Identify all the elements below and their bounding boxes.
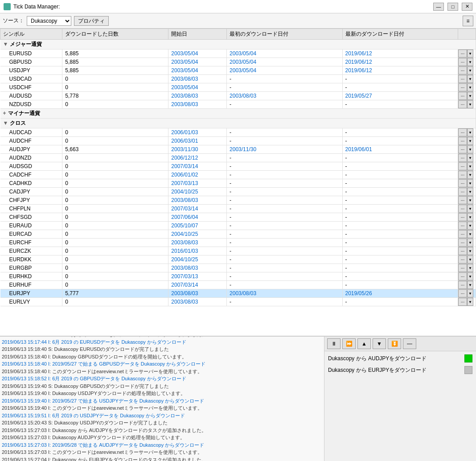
source-select[interactable]: Dukascopy: [27, 16, 71, 26]
row-action-button[interactable]: ···: [458, 171, 467, 179]
row-action-button[interactable]: ···: [458, 188, 467, 196]
table-row[interactable]: CHFSGD 0 2007/06/04 - - ··· ▼: [0, 213, 476, 222]
table-row[interactable]: NZDUSD 0 2003/08/03 - - ··· ▼: [0, 100, 476, 109]
row-action-button[interactable]: ···: [458, 196, 467, 204]
bottom-button[interactable]: ⏬: [388, 338, 401, 349]
row-dropdown-button[interactable]: ▼: [467, 281, 473, 289]
table-row[interactable]: CHFPLN 0 2007/03/14 - - ··· ▼: [0, 205, 476, 213]
row-dropdown-button[interactable]: ▼: [467, 75, 473, 83]
table-row[interactable]: CADJPY 0 2004/10/25 - - ··· ▼: [0, 188, 476, 196]
table-row[interactable]: USDCAD 0 2003/08/03 - - ··· ▼: [0, 75, 476, 83]
row-dropdown-button[interactable]: ▼: [467, 171, 473, 179]
row-dropdown-button[interactable]: ▼: [467, 162, 473, 170]
table-row[interactable]: USDJPY 5,885 2003/05/04 2003/05/04 2019/…: [0, 66, 476, 75]
table-row[interactable]: EURHUF 0 2007/03/14 - - ··· ▼: [0, 281, 476, 289]
row-dropdown-button[interactable]: ▼: [467, 196, 473, 204]
row-dropdown-button[interactable]: ▼: [467, 264, 473, 272]
row-action-button[interactable]: ···: [458, 281, 467, 289]
row-action-button[interactable]: ···: [458, 58, 467, 66]
remove-button[interactable]: —: [403, 338, 416, 349]
row-action-button[interactable]: ···: [458, 162, 467, 170]
row-dropdown-button[interactable]: ▼: [467, 188, 473, 196]
row-action-button[interactable]: ···: [458, 137, 467, 145]
row-dropdown-button[interactable]: ▼: [467, 205, 473, 213]
row-action-button[interactable]: ···: [458, 264, 467, 272]
table-row[interactable]: USDCHF 0 2003/05/04 - - ··· ▼: [0, 83, 476, 92]
row-action-button[interactable]: ···: [458, 298, 467, 306]
row-action-button[interactable]: ···: [458, 75, 467, 83]
row-action-button[interactable]: ···: [458, 272, 467, 280]
row-dropdown-button[interactable]: ▼: [467, 58, 473, 66]
table-row[interactable]: AUDCAD 0 2006/01/03 - - ··· ▼: [0, 128, 476, 137]
days-cell: 5,885: [62, 58, 168, 66]
row-action-button[interactable]: ···: [458, 66, 467, 74]
row-dropdown-button[interactable]: ▼: [467, 255, 473, 263]
table-row[interactable]: CADCHF 0 2006/01/02 - - ··· ▼: [0, 171, 476, 179]
queue-item[interactable]: Dukascopy から EURJPYをダウンロード: [326, 365, 474, 375]
table-row[interactable]: EURLVY 0 2003/08/03 - - ··· ▼: [0, 298, 476, 306]
menu-button[interactable]: ≡: [463, 16, 473, 26]
queue-item[interactable]: Dukascopy から AUDJPYをダウンロード: [326, 353, 474, 364]
table-row[interactable]: CHFJPY 0 2003/08/03 - - ··· ▼: [0, 196, 476, 205]
table-row[interactable]: EURGBP 0 2003/08/03 - - ··· ▼: [0, 264, 476, 272]
row-dropdown-button[interactable]: ▼: [467, 247, 473, 255]
table-row[interactable]: EURHKD 0 2007/03/13 - - ··· ▼: [0, 272, 476, 281]
row-action-button[interactable]: ···: [458, 247, 467, 255]
pause-button[interactable]: ⏸: [327, 338, 341, 349]
row-dropdown-button[interactable]: ▼: [467, 239, 473, 247]
close-button[interactable]: ✕: [462, 3, 472, 11]
maximize-button[interactable]: □: [447, 3, 458, 11]
properties-button[interactable]: プロパティ: [74, 16, 109, 26]
row-action-button[interactable]: ···: [458, 213, 467, 221]
table-row[interactable]: EURDKK 0 2004/10/25 - - ··· ▼: [0, 255, 476, 264]
row-action-button[interactable]: ···: [458, 100, 467, 108]
table-row[interactable]: EURCZK 0 2016/01/03 - - ··· ▼: [0, 247, 476, 255]
row-action-button[interactable]: ···: [458, 49, 467, 58]
row-dropdown-button[interactable]: ▼: [467, 213, 473, 221]
row-action-button[interactable]: ···: [458, 255, 467, 263]
table-row[interactable]: EURAUD 0 2005/10/07 - - ··· ▼: [0, 222, 476, 230]
row-dropdown-button[interactable]: ▼: [467, 128, 473, 136]
row-dropdown-button[interactable]: ▼: [467, 100, 473, 108]
row-dropdown-button[interactable]: ▼: [467, 83, 473, 91]
table-row[interactable]: AUDNZD 0 2006/12/12 - - ··· ▼: [0, 154, 476, 162]
row-dropdown-button[interactable]: ▼: [467, 222, 473, 230]
table-row[interactable]: EURCHF 0 2003/08/03 - - ··· ▼: [0, 239, 476, 247]
row-dropdown-button[interactable]: ▼: [467, 92, 473, 100]
row-action-button[interactable]: ···: [458, 179, 467, 187]
minimize-button[interactable]: —: [433, 3, 444, 11]
row-action-button[interactable]: ···: [458, 239, 467, 247]
down-button[interactable]: ▼: [373, 338, 386, 349]
row-action-button[interactable]: ···: [458, 154, 467, 162]
row-action-button[interactable]: ···: [458, 145, 467, 153]
row-dropdown-button[interactable]: ▼: [467, 137, 473, 145]
table-row[interactable]: AUDCHF 0 2006/03/01 - - ··· ▼: [0, 137, 476, 145]
table-row[interactable]: AUDUSD 5,778 2003/08/03 2003/08/03 2019/…: [0, 92, 476, 100]
table-row[interactable]: GBPUSD 5,885 2003/05/04 2003/05/04 2019/…: [0, 58, 476, 66]
table-row[interactable]: AUDSGD 0 2007/03/14 - - ··· ▼: [0, 162, 476, 171]
row-dropdown-button[interactable]: ▼: [467, 66, 473, 74]
row-action-button[interactable]: ···: [458, 205, 467, 213]
row-action-button[interactable]: ···: [458, 83, 467, 91]
table-row[interactable]: EURCAD 0 2004/10/25 - - ··· ▼: [0, 230, 476, 239]
row-action-button[interactable]: ···: [458, 222, 467, 230]
row-dropdown-button[interactable]: ▼: [467, 179, 473, 187]
table-row[interactable]: AUDJPY 5,663 2003/11/30 2003/11/30 2019/…: [0, 145, 476, 154]
up-button[interactable]: ▲: [357, 338, 371, 349]
row-dropdown-button[interactable]: ▼: [467, 49, 473, 58]
table-row[interactable]: CADHKD 0 2007/03/13 - - ··· ▼: [0, 179, 476, 188]
row-dropdown-button[interactable]: ▼: [467, 154, 473, 162]
skip-button[interactable]: ⏩: [342, 338, 356, 349]
row-dropdown-button[interactable]: ▼: [467, 298, 473, 306]
row-action-button[interactable]: ···: [458, 230, 467, 238]
table-row[interactable]: EURJPY 5,777 2003/08/03 2003/08/03 2019/…: [0, 289, 476, 298]
row-dropdown-button[interactable]: ▼: [467, 230, 473, 238]
row-dropdown-button[interactable]: ▼: [467, 272, 473, 280]
row-action-button[interactable]: ···: [458, 128, 467, 136]
row-action-button[interactable]: ···: [458, 92, 467, 100]
row-dropdown-button[interactable]: ▼: [467, 145, 473, 153]
row-action-button[interactable]: ···: [458, 289, 467, 297]
table-row[interactable]: EURUSD 5,885 2003/05/04 2003/05/04 2019/…: [0, 49, 476, 58]
log-panel[interactable]: 2019/06/13 15:17:30 I: このダウンロードはeareview…: [0, 337, 324, 461]
row-dropdown-button[interactable]: ▼: [467, 289, 473, 297]
